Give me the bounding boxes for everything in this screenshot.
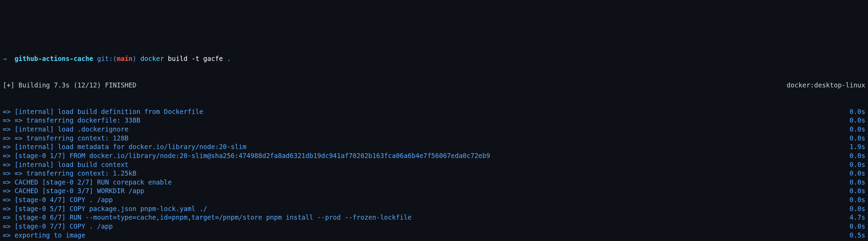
build-step-line: => [stage-0 1/7] FROM docker.io/library/…	[3, 151, 865, 160]
build-step-duration: 0.0s	[843, 134, 865, 143]
build-step-duration: 0.0s	[843, 125, 865, 134]
build-step-duration: 0.0s	[843, 205, 865, 213]
git-label-close: )	[133, 54, 136, 63]
build-step-line: => [stage-0 4/7] COPY . /app0.0s	[3, 196, 865, 205]
build-step-line: => [stage-0 5/7] COPY package.json pnpm-…	[3, 205, 865, 213]
cmd-tag: gacfe	[203, 54, 223, 63]
build-step-line: => CACHED [stage-0 3/7] WORKDIR /app0.0s	[3, 187, 865, 196]
build-step-duration: 4.7s	[843, 213, 865, 222]
prompt-arrow-icon: →	[3, 54, 7, 63]
build-step-text: => [stage-0 6/7] RUN --mount=type=cache,…	[3, 213, 412, 222]
build-step-line: => [internal] load build context0.0s	[3, 160, 865, 169]
build-status: [+] Building 7.3s (12/12) FINISHED	[3, 81, 136, 90]
build-step-line: => => exporting layers0.5s	[3, 240, 865, 241]
cmd-docker: docker	[140, 54, 164, 63]
build-step-line: => [internal] load build definition from…	[3, 107, 865, 116]
build-step-duration: 0.5s	[843, 240, 865, 241]
cmd-dot: .	[227, 54, 231, 63]
terminal-output[interactable]: → github-actions-cache git:(main) docker…	[3, 37, 865, 241]
build-step-text: => [internal] load build definition from…	[3, 107, 203, 116]
build-step-duration: 0.0s	[843, 116, 865, 125]
build-step-text: => [internal] load metadata for docker.i…	[3, 143, 246, 151]
build-steps: => [internal] load build definition from…	[3, 107, 865, 241]
cmd-flag: -t	[191, 54, 199, 63]
build-step-duration: 0.5s	[843, 231, 865, 240]
build-step-line: => exporting to image0.5s	[3, 231, 865, 240]
build-step-text: => => transferring dockerfile: 338B	[3, 116, 140, 125]
current-directory: github-actions-cache	[14, 54, 93, 63]
build-step-duration: 0.0s	[843, 160, 865, 169]
git-branch: main	[117, 54, 133, 63]
shell-prompt-line: → github-actions-cache git:(main) docker…	[3, 54, 865, 63]
build-step-line: => => transferring context: 128B0.0s	[3, 134, 865, 143]
build-step-duration: 0.0s	[843, 187, 865, 196]
build-step-text: => => transferring context: 128B	[3, 134, 129, 143]
build-step-text: => => transferring context: 1.25kB	[3, 169, 136, 178]
build-step-duration: 0.0s	[843, 107, 865, 116]
build-step-text: => CACHED [stage-0 2/7] RUN corepack ena…	[3, 178, 172, 187]
build-step-text: => exporting to image	[3, 231, 85, 240]
build-step-line: => => transferring dockerfile: 338B0.0s	[3, 116, 865, 125]
build-step-text: => [internal] load .dockerignore	[3, 125, 129, 134]
build-step-text: => [internal] load build context	[3, 160, 129, 169]
build-step-line: => [internal] load .dockerignore0.0s	[3, 125, 865, 134]
build-step-line: => [stage-0 6/7] RUN --mount=type=cache,…	[3, 213, 865, 222]
build-step-line: => [stage-0 7/7] COPY . /app0.0s	[3, 222, 865, 231]
build-step-duration: 0.0s	[843, 196, 865, 205]
build-step-duration: 0.0s	[843, 178, 865, 187]
build-step-line: => [internal] load metadata for docker.i…	[3, 143, 865, 151]
build-step-duration: 0.0s	[843, 169, 865, 178]
build-step-text: => => exporting layers	[3, 240, 89, 241]
build-step-text: => CACHED [stage-0 3/7] WORKDIR /app	[3, 187, 144, 196]
build-header: [+] Building 7.3s (12/12) FINISHEDdocker…	[3, 81, 865, 90]
build-step-duration: 0.0s	[843, 222, 865, 231]
build-step-text: => [stage-0 7/7] COPY . /app	[3, 222, 113, 231]
build-step-duration: 0.0s	[843, 151, 865, 160]
build-step-line: => CACHED [stage-0 2/7] RUN corepack ena…	[3, 178, 865, 187]
build-driver: docker:desktop-linux	[787, 81, 865, 90]
git-label: git:(	[97, 54, 117, 63]
build-step-text: => [stage-0 4/7] COPY . /app	[3, 196, 113, 205]
build-step-duration: 1.9s	[843, 143, 865, 151]
build-step-line: => => transferring context: 1.25kB0.0s	[3, 169, 865, 178]
build-step-text: => [stage-0 5/7] COPY package.json pnpm-…	[3, 205, 207, 213]
build-step-text: => [stage-0 1/7] FROM docker.io/library/…	[3, 151, 490, 160]
cmd-build: build	[168, 54, 188, 63]
